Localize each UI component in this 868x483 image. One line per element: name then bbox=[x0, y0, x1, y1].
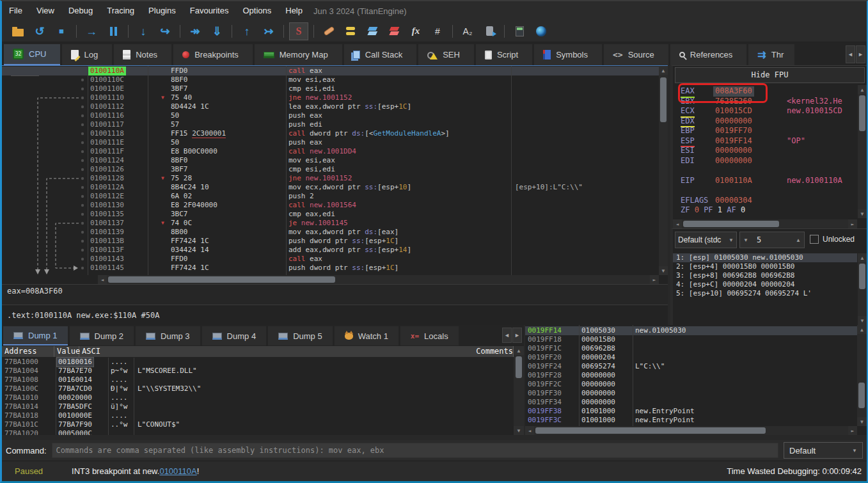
stack-row[interactable]: 0019FF2C 00000000 bbox=[525, 380, 857, 389]
register-row[interactable]: ECX 010015CD new.010015CD bbox=[673, 106, 857, 116]
disasm-row[interactable]: 0100110A FFD0 call eax bbox=[2, 67, 659, 75]
scroll-left-icon[interactable]: ◄ bbox=[98, 275, 107, 284]
menu-item[interactable]: View bbox=[29, 1, 61, 20]
open-file-icon[interactable] bbox=[8, 22, 28, 40]
dump-row[interactable]: 77BA1020 0005000C bbox=[2, 429, 514, 435]
disasm-row[interactable]: 0100110C 8BF0 mov esi,eax bbox=[2, 75, 659, 84]
scroll-up-icon[interactable]: ▲ bbox=[858, 85, 867, 94]
tab-cpu[interactable]: CPU bbox=[4, 44, 60, 65]
pause-icon[interactable] bbox=[104, 22, 123, 40]
disasm-row[interactable]: 01001145 FF7424 1C push dword ptr ss:[es… bbox=[2, 264, 659, 273]
tab-dump-3[interactable]: Dump 3 bbox=[136, 326, 200, 345]
calculator-icon[interactable] bbox=[510, 22, 529, 40]
scroll-up-icon[interactable]: ▲ bbox=[659, 66, 668, 75]
scroll-down-icon[interactable]: ▼ bbox=[514, 426, 524, 435]
tab-breakpoints[interactable]: Breakpoints bbox=[173, 44, 253, 65]
dump-vertical-scrollbar[interactable]: ▲ ▼ bbox=[514, 346, 524, 435]
execute-till-return-icon[interactable]: ↑ bbox=[237, 22, 256, 40]
website-icon[interactable] bbox=[532, 22, 551, 40]
stepper-down-icon[interactable]: ▼ bbox=[740, 237, 752, 243]
stack-row[interactable]: 0019FF14 01005030 new.01005030 bbox=[525, 326, 857, 335]
register-row[interactable]: ESI 00000000 bbox=[673, 146, 857, 156]
tab-dump-1[interactable]: Dump 1 bbox=[3, 326, 68, 345]
dump-scroll-left-icon[interactable]: ◄ bbox=[502, 328, 512, 343]
disasm-horizontal-scrollbar[interactable]: ◄ ► bbox=[98, 275, 659, 284]
menu-item[interactable]: Plugins bbox=[141, 1, 183, 20]
menu-item[interactable]: Help bbox=[278, 1, 310, 20]
tab-dump-2[interactable]: Dump 2 bbox=[70, 326, 134, 345]
scroll-thumb[interactable] bbox=[535, 427, 766, 434]
unlocked-checkbox[interactable] bbox=[810, 235, 819, 244]
disasm-row[interactable]: 01001118 FF15 2C300001 call dword ptr ds… bbox=[2, 129, 659, 138]
stack-row[interactable]: 0019FF38 01001000 new.EntryPoint bbox=[525, 407, 857, 416]
disasm-row[interactable]: 0100111F E8 B00C0000 call new.1001DD4 bbox=[2, 147, 659, 156]
hash-icon[interactable]: # bbox=[428, 22, 447, 40]
settings-icon[interactable]: S bbox=[289, 22, 308, 40]
register-row[interactable]: EDX 00000000 bbox=[673, 116, 857, 127]
arguments-vertical-scrollbar[interactable]: ▲ ▼ bbox=[858, 253, 867, 325]
stack-horizontal-scrollbar[interactable]: ◄ ► bbox=[525, 426, 857, 435]
tab-threads[interactable]: Thr bbox=[748, 44, 794, 65]
disasm-row[interactable]: 01001110 ▼ 75 40 jne new.1001152 bbox=[2, 93, 659, 102]
menu-item[interactable]: File bbox=[2, 1, 29, 20]
register-row[interactable]: EIP 0100110A new.0100110A bbox=[673, 176, 857, 186]
argument-row[interactable]: 1: [esp] 01005030 new.01005030 bbox=[673, 253, 857, 262]
scroll-right-icon[interactable]: ► bbox=[650, 275, 659, 284]
register-row[interactable]: ZF 0 PF 1 AF 0 bbox=[673, 205, 857, 216]
argument-row[interactable]: 4: [esp+C] 00000204 00000204 bbox=[673, 280, 857, 289]
disasm-row[interactable]: 01001130 E8 2F040000 call new.1001564 bbox=[2, 201, 659, 210]
disasm-row[interactable]: 01001128 ▼ 75 28 jne new.1001152 bbox=[2, 174, 659, 183]
argument-row[interactable]: 5: [esp+10] 00695274 00695274 L' bbox=[673, 289, 857, 298]
disasm-row[interactable]: 01001137 ▼ 74 0C je new.1001145 bbox=[2, 219, 659, 228]
disasm-row[interactable]: 01001117 57 push edi bbox=[2, 120, 659, 129]
tab-notes[interactable]: Notes bbox=[114, 44, 171, 65]
disasm-vertical-scrollbar[interactable]: ▲ ▼ bbox=[659, 66, 668, 275]
scroll-left-icon[interactable]: ◄ bbox=[673, 219, 682, 228]
scroll-thumb[interactable] bbox=[516, 356, 522, 378]
scroll-thumb[interactable] bbox=[683, 221, 779, 227]
dump-row[interactable]: 77BA1004 77BA7E70 p~°w L"MSCOREE.DLL" bbox=[2, 367, 514, 376]
tab-symbols[interactable]: Symbols bbox=[534, 44, 602, 65]
stack-row[interactable]: 0019FF20 00000204 bbox=[525, 353, 857, 362]
tab-scroll-right-icon[interactable]: ► bbox=[856, 45, 865, 63]
bookmarks-icon[interactable] bbox=[384, 22, 404, 40]
argument-count-stepper[interactable]: ▼ 5 ▲ bbox=[739, 232, 805, 248]
command-input[interactable] bbox=[52, 443, 778, 458]
dump-row[interactable]: 77BA101C 77BA7F90 ..°w L"CONOUT$" bbox=[2, 420, 514, 429]
stepper-up-icon[interactable]: ▲ bbox=[793, 237, 804, 243]
scroll-thumb[interactable] bbox=[859, 264, 865, 289]
scroll-thumb[interactable] bbox=[859, 95, 865, 131]
stack-row[interactable]: 0019FF34 00000000 bbox=[525, 398, 857, 407]
tab-dump-5[interactable]: Dump 5 bbox=[268, 326, 333, 345]
registers-vertical-scrollbar[interactable]: ▲ ▼ bbox=[858, 85, 867, 218]
disasm-row[interactable]: 01001139 8B00 mov eax,dword ptr ds:[eax] bbox=[2, 228, 659, 237]
disasm-row[interactable]: 0100113F 034424 14 add eax,dword ptr ss:… bbox=[2, 246, 659, 255]
register-row[interactable]: EDI 00000000 bbox=[673, 156, 857, 166]
registers-horizontal-scrollbar[interactable]: ◄ ► bbox=[673, 219, 857, 228]
dump-row[interactable]: 77BA1010 00020000 .... bbox=[2, 393, 514, 402]
scroll-thumb[interactable] bbox=[108, 276, 335, 283]
disasm-row[interactable]: 01001116 50 push eax bbox=[2, 111, 659, 120]
run-to-user-icon[interactable]: ↣ bbox=[259, 22, 278, 40]
patches-icon[interactable] bbox=[319, 22, 338, 40]
dump-row[interactable]: 77BA1000 00180016 .... bbox=[2, 358, 514, 367]
command-profile-select[interactable]: Default ▼ bbox=[784, 442, 863, 459]
dump-row[interactable]: 77BA100C 77BA7CD0 Ð|°w L"\\SYSTEM32\\" bbox=[2, 384, 514, 393]
dump-row[interactable]: 77BA1008 00160014 .... bbox=[2, 376, 514, 384]
scroll-right-icon[interactable]: ► bbox=[848, 219, 857, 228]
stack-row[interactable]: 0019FF24 00695274 L"C:\\" bbox=[525, 362, 857, 371]
disasm-row[interactable]: 01001124 8BF0 mov esi,eax bbox=[2, 156, 659, 165]
stack-row[interactable]: 0019FF18 000015B0 bbox=[525, 335, 857, 344]
menu-item[interactable]: Favourites bbox=[183, 1, 236, 20]
disasm-row[interactable]: 01001126 3BF7 cmp esi,edi bbox=[2, 165, 659, 174]
scroll-right-icon[interactable]: ► bbox=[848, 426, 857, 435]
menu-item[interactable]: Debug bbox=[61, 1, 100, 20]
tab-source[interactable]: Source bbox=[604, 44, 668, 65]
stack-row[interactable]: 0019FF28 00000000 bbox=[525, 371, 857, 380]
disasm-row[interactable]: 0100110E 3BF7 cmp esi,edi bbox=[2, 84, 659, 93]
scroll-up-icon[interactable]: ▲ bbox=[857, 325, 867, 334]
register-row[interactable]: EFLAGS 00000304 bbox=[673, 196, 857, 206]
run-icon[interactable]: → bbox=[82, 22, 101, 40]
comments-icon[interactable] bbox=[341, 22, 360, 40]
tab-seh[interactable]: SEH bbox=[418, 44, 474, 65]
